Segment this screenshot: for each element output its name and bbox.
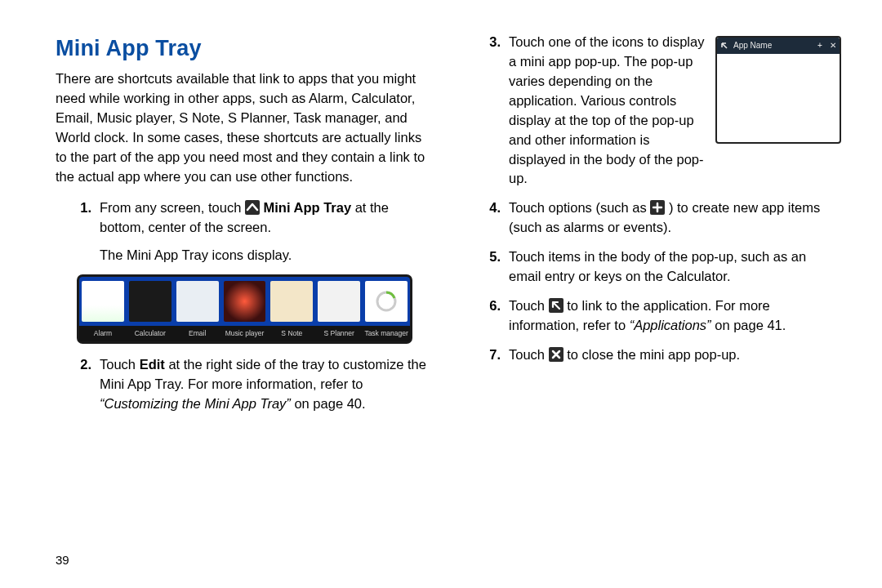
step-2: 2. Touch Edit at the right side of the t… — [56, 355, 432, 414]
left-steps-list-2: 2. Touch Edit at the right side of the t… — [56, 355, 432, 414]
popup-close-icon: ✕ — [826, 40, 840, 52]
left-column: Mini App Tray There are shortcuts availa… — [56, 33, 432, 424]
step-body: Touch Edit at the right side of the tray… — [100, 355, 432, 414]
cross-ref: “Applications” — [630, 318, 711, 332]
text: Touch options (such as — [509, 200, 650, 215]
text: to close the mini app pop-up. — [567, 347, 740, 362]
plus-icon — [650, 200, 665, 215]
step-number: 1. — [56, 198, 100, 265]
text: on page 40. — [291, 396, 366, 411]
cross-ref: “Customizing the Mini App Tray” — [100, 396, 291, 411]
text: on page 41. — [711, 318, 786, 332]
step-number: 7. — [465, 345, 509, 365]
tray-icon-alarm — [82, 281, 124, 322]
text: Touch one of the icons to display a mini… — [509, 34, 704, 185]
tray-icon-task-manager — [365, 281, 408, 322]
text: From any screen, touch — [100, 200, 245, 215]
text: Touch — [100, 357, 140, 372]
text: Touch — [509, 347, 549, 362]
popup-plus-icon: + — [813, 40, 826, 52]
step-body: Touch to close the mini app pop-up. — [509, 345, 841, 365]
step-body: Touch options (such as ) to create new a… — [509, 198, 841, 238]
mini-app-tray-figure: Alarm Calculator Email Music player S No… — [77, 274, 412, 343]
step-subtext: The Mini App Tray icons display. — [100, 246, 432, 265]
step-number: 3. — [465, 33, 509, 189]
popup-figure: App Name + ✕ — [715, 36, 841, 144]
right-column: 3. App Name + ✕ — [465, 33, 841, 424]
step-number: 4. — [465, 198, 509, 238]
mini-app-popup: App Name + ✕ — [715, 36, 841, 144]
tray-label: S Note — [268, 326, 315, 341]
tray-label: Email — [174, 326, 221, 341]
tray-label: Alarm — [79, 326, 127, 341]
right-steps-list: 3. App Name + ✕ — [465, 33, 841, 365]
step-number: 2. — [56, 355, 100, 414]
step-5: 5. Touch items in the body of the pop-up… — [465, 247, 841, 287]
intro-paragraph: There are shortcuts available that link … — [56, 69, 432, 187]
page-number: 39 — [56, 553, 69, 567]
popup-link-icon — [717, 41, 732, 51]
section-heading: Mini App Tray — [56, 33, 432, 65]
popup-titlebar: App Name + ✕ — [717, 38, 840, 54]
tray-icon-music-player — [224, 281, 266, 322]
tray-label: Music player — [221, 326, 269, 341]
tray-icon-email — [176, 281, 219, 322]
step-6: 6. Touch to link to the application. For… — [465, 296, 841, 336]
step-7: 7. Touch to close the mini app pop-up. — [465, 345, 841, 365]
tray-label: Calculator — [127, 326, 174, 341]
step-4: 4. Touch options (such as ) to create ne… — [465, 198, 841, 238]
two-column-layout: Mini App Tray There are shortcuts availa… — [56, 33, 841, 424]
step-body: Touch items in the body of the pop-up, s… — [509, 247, 841, 287]
tray-icon-row — [79, 277, 410, 326]
popup-title: App Name — [732, 40, 813, 52]
tray-label-row: Alarm Calculator Email Music player S No… — [79, 326, 410, 341]
tray-label: Task manager — [363, 326, 410, 341]
step-number: 5. — [465, 247, 509, 287]
step-3: 3. App Name + ✕ — [465, 33, 841, 189]
chevron-up-icon — [245, 200, 260, 215]
text: Touch — [509, 298, 549, 313]
link-arrow-icon — [549, 298, 564, 313]
close-icon — [549, 347, 564, 362]
tray-icon-s-planner — [318, 281, 360, 322]
step-number: 6. — [465, 296, 509, 336]
mini-app-tray-label: Mini App Tray — [264, 200, 352, 215]
step-body: App Name + ✕ Touch one of the icons to d… — [509, 33, 841, 189]
edit-label: Edit — [140, 357, 165, 372]
tray-icon-s-note — [270, 281, 313, 322]
manual-page: Mini App Tray There are shortcuts availa… — [0, 0, 882, 588]
step-body: From any screen, touch Mini App Tray at … — [100, 198, 432, 265]
left-steps-list: 1. From any screen, touch Mini App Tray … — [56, 198, 432, 265]
step-1: 1. From any screen, touch Mini App Tray … — [56, 198, 432, 265]
step-body: Touch to link to the application. For mo… — [509, 296, 841, 336]
tray-label: S Planner — [315, 326, 363, 341]
tray-icon-calculator — [129, 281, 172, 322]
